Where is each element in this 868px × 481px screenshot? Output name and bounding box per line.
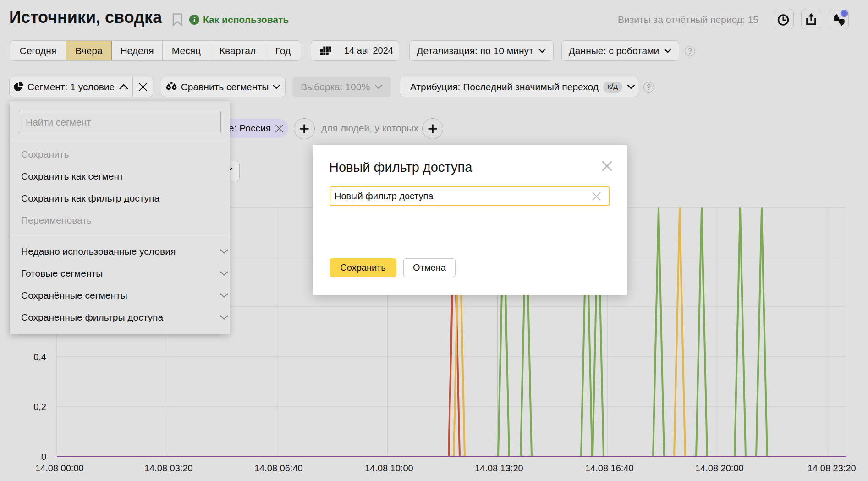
svg-text:i: i — [193, 16, 196, 24]
